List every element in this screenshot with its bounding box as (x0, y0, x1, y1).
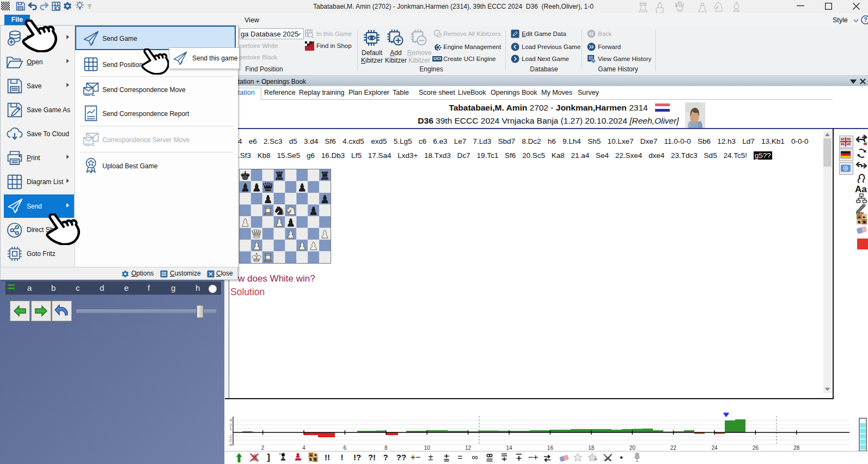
svg-text:28: 28 (793, 445, 800, 451)
svg-text:6: 6 (344, 445, 347, 451)
svg-text:-4: -4 (228, 442, 233, 447)
svg-text:12: 12 (465, 445, 472, 451)
svg-text:20: 20 (629, 445, 636, 451)
svg-text:10: 10 (424, 445, 431, 451)
svg-text:2: 2 (261, 445, 265, 451)
svg-text:T: T (300, 458, 302, 461)
svg-text:14: 14 (506, 445, 512, 451)
svg-text:1: 1 (230, 426, 233, 431)
svg-text:4: 4 (302, 445, 305, 451)
svg-text:T: T (279, 453, 282, 456)
svg-text:8: 8 (384, 445, 388, 451)
svg-text:?: ? (864, 16, 867, 23)
svg-text:26: 26 (753, 445, 759, 451)
svg-text:18: 18 (588, 445, 595, 451)
svg-text:16: 16 (547, 445, 554, 451)
svg-text:4: 4 (230, 418, 233, 423)
svg-text:22: 22 (670, 445, 677, 451)
svg-text:24: 24 (711, 445, 718, 451)
